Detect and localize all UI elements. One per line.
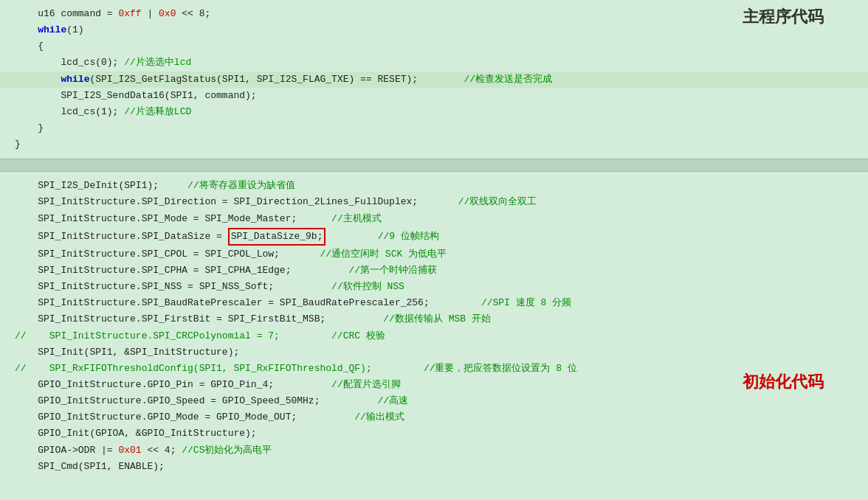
code-line: u16 command = 0xff | 0x0 << 8;: [0, 6, 868, 22]
code-line: SPI_InitStructure.SPI_BaudRatePrescaler …: [0, 295, 868, 311]
code-line-commented: // SPI_RxFIFOThresholdConfig(SPI1, SPI_R…: [0, 361, 868, 377]
code-line: GPIO_InitStructure.GPIO_Mode = GPIO_Mode…: [0, 409, 868, 426]
code-line-highlighted: while(SPI_I2S_GetFlagStatus(SPI1, SPI_I2…: [0, 72, 868, 88]
highlight-box: SPI_DataSize_9b;: [228, 228, 326, 246]
code-line: SPI_InitStructure.SPI_Direction = SPI_Di…: [0, 194, 868, 210]
code-line-commented: // SPI_InitStructure.SPI_CRCPolynomial =…: [0, 328, 868, 344]
code-editor: 主程序代码 u16 command = 0xff | 0x0 << 8; whi…: [0, 0, 868, 481]
code-line: SPI_InitStructure.SPI_FirstBit = SPI_Fir…: [0, 311, 868, 327]
code-line: SPI_InitStructure.SPI_CPOL = SPI_CPOL_Lo…: [0, 246, 868, 263]
code-line: {: [0, 38, 868, 55]
code-line: GPIO_InitStructure.GPIO_Speed = GPIO_Spe…: [0, 393, 868, 409]
code-line: GPIO_Init(GPIOA, &GPIO_InitStructure);: [0, 426, 868, 442]
code-line: lcd_cs(0); //片选选中lcd: [0, 55, 868, 71]
section-divider: [0, 159, 868, 172]
code-line: SPI_InitStructure.SPI_CPHA = SPI_CPHA_1E…: [0, 263, 868, 279]
top-section: 主程序代码 u16 command = 0xff | 0x0 << 8; whi…: [0, 0, 868, 159]
bottom-section: 初始化代码 SPI_I2S_DeInit(SPI1); //将寄存器重设为缺省值…: [0, 172, 868, 481]
code-line: SPI_Init(SPI1, &SPI_InitStructure);: [0, 344, 868, 361]
code-line: }: [0, 120, 868, 136]
code-line: SPI_InitStructure.SPI_Mode = SPI_Mode_Ma…: [0, 211, 868, 227]
code-line: GPIO_InitStructure.GPIO_Pin = GPIO_Pin_4…: [0, 377, 868, 393]
code-line: SPI_Cmd(SPI1, ENABLE);: [0, 459, 868, 475]
code-line: }: [0, 136, 868, 153]
code-line: SPI_I2S_DeInit(SPI1); //将寄存器重设为缺省值: [0, 178, 868, 194]
code-line: SPI_InitStructure.SPI_NSS = SPI_NSS_Soft…: [0, 279, 868, 295]
code-line: GPIOA->ODR |= 0x01 << 4; //CS初始化为高电平: [0, 442, 868, 459]
code-line: lcd_cs(1); //片选释放LCD: [0, 104, 868, 120]
code-line: SPI_I2S_SendData16(SPI1, command);: [0, 88, 868, 104]
code-line: while(1): [0, 22, 868, 38]
code-line-datasizebox: SPI_InitStructure.SPI_DataSize = SPI_Dat…: [0, 227, 868, 246]
